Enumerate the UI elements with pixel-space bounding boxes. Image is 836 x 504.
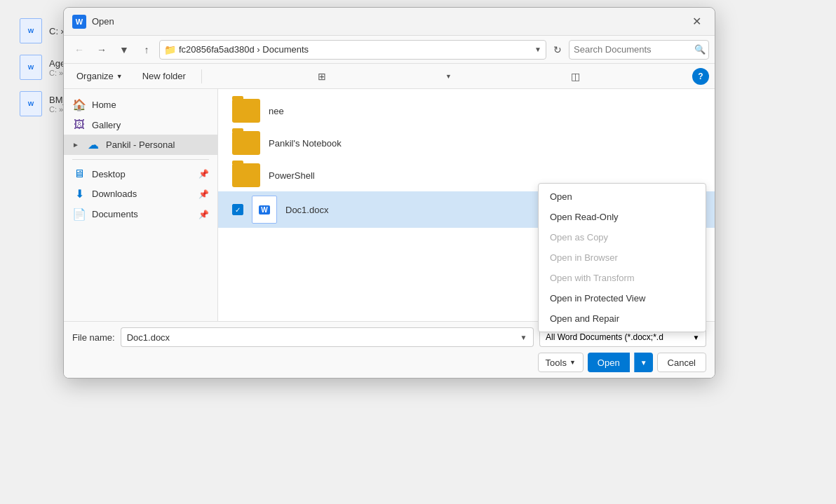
downloads-icon: ⬇ [72, 187, 86, 200]
onedrive-icon: ☁ [86, 138, 100, 151]
dialog-titlebar: W Open ✕ [64, 8, 715, 36]
menu-item-open[interactable]: Open [539, 186, 706, 207]
organize-button[interactable]: Organize ▼ [69, 67, 130, 86]
cancel-button[interactable]: Cancel [657, 353, 706, 372]
up-button[interactable]: ↑ [137, 40, 156, 60]
w-badge: W [259, 205, 269, 214]
sidebar-onedrive-label: Pankil - Personal [106, 139, 175, 150]
menu-item-open-in-browser: Open in Browser [539, 247, 706, 268]
refresh-button[interactable]: ↻ [549, 41, 566, 58]
menu-item-open-in-protected-view[interactable]: Open in Protected View [539, 288, 706, 308]
sidebar-item-onedrive[interactable]: ► ☁ Pankil - Personal [64, 135, 217, 155]
menu-item-open-as-copy: Open as Copy [539, 227, 706, 247]
file-name-nee: nee [269, 106, 284, 116]
forward-button[interactable]: → [92, 40, 112, 60]
folder-icon-pankils [232, 131, 260, 155]
gallery-icon: 🖼 [72, 118, 86, 131]
organize-label: Organize [76, 71, 114, 81]
tools-label: Tools [546, 357, 567, 368]
filename-field: ▼ [121, 327, 534, 347]
pin-icon-desktop: 📌 [198, 169, 209, 179]
bg-doc-icon-2: W [20, 55, 42, 80]
address-bar[interactable]: 📁 fc20856fa5ad380d › Documents ▼ [159, 40, 546, 60]
help-button[interactable]: ? [692, 68, 709, 85]
view-toggle-button[interactable]: ⊞ [312, 67, 332, 86]
file-name-powershell: PowerShell [269, 170, 315, 181]
preview-button[interactable]: ◫ [565, 67, 585, 86]
address-dropdown-icon[interactable]: ▼ [534, 46, 541, 53]
menu-item-open-read-only[interactable]: Open Read-Only [539, 207, 706, 227]
filename-label: File name: [72, 332, 115, 343]
new-folder-label: New folder [142, 71, 186, 81]
address-current: Documents [262, 44, 309, 55]
address-folder-icon: 📁 [164, 44, 176, 55]
search-icon: 🔍 [694, 44, 706, 55]
menu-item-open-with-transform: Open with Transform [539, 268, 706, 288]
home-icon: 🏠 [72, 98, 86, 111]
sidebar-item-gallery[interactable]: 🖼 Gallery [64, 115, 217, 135]
close-button[interactable]: ✕ [687, 12, 706, 32]
word-icon: W [72, 15, 86, 29]
file-name-doc1: Doc1.docx [285, 205, 328, 215]
file-name-pankils: Pankil's Notebook [269, 138, 342, 149]
back-button[interactable]: ← [69, 40, 89, 60]
pin-icon-downloads: 📌 [198, 189, 209, 199]
open-dropdown-menu: Open Open Read-Only Open as Copy Open in… [538, 183, 706, 332]
folder-icon-nee [232, 99, 260, 123]
desktop-icon: 🖥 [72, 168, 86, 180]
toolbar-separator [201, 69, 202, 83]
bg-doc-icon-3: W [20, 91, 42, 116]
file-item-nee[interactable]: nee [218, 95, 715, 127]
filename-input[interactable] [121, 327, 514, 347]
dialog-sidebar: 🏠 Home 🖼 Gallery ► ☁ Pankil - Personal 🖥… [64, 89, 218, 321]
tools-arrow: ▼ [569, 359, 576, 366]
sidebar-desktop-label: Desktop [92, 169, 126, 179]
bg-doc-icon-1: W [20, 18, 42, 43]
address-text: fc20856fa5ad380d › Documents [179, 44, 532, 55]
tools-button[interactable]: Tools ▼ [538, 353, 584, 372]
documents-icon: 📄 [72, 207, 86, 221]
recent-button[interactable]: ▼ [114, 40, 134, 60]
actions-row: Tools ▼ Open ▼ Cancel [72, 353, 706, 372]
sidebar-item-downloads[interactable]: ⬇ Downloads 📌 [64, 184, 217, 204]
sidebar-home-label: Home [92, 100, 116, 110]
nav-toolbar: ← → ▼ ↑ 📁 fc20856fa5ad380d › Documents ▼… [64, 36, 715, 64]
open-dropdown-button[interactable]: ▼ [634, 353, 653, 372]
sidebar-gallery-label: Gallery [92, 120, 121, 130]
sidebar-documents-label: Documents [92, 209, 138, 219]
expand-arrow-icon: ► [72, 141, 81, 149]
file-checkbox-doc1[interactable]: ✓ [232, 204, 243, 215]
organize-arrow: ▼ [116, 73, 123, 80]
filename-dropdown[interactable]: ▼ [514, 327, 534, 347]
sidebar-separator [72, 159, 209, 160]
pin-icon-documents: 📌 [198, 210, 209, 219]
file-item-pankils-notebook[interactable]: Pankil's Notebook [218, 127, 715, 159]
open-button[interactable]: Open [588, 353, 630, 372]
sidebar-item-documents[interactable]: 📄 Documents 📌 [64, 204, 217, 224]
dialog-title: Open [92, 16, 681, 27]
folder-icon-powershell [232, 163, 260, 187]
sidebar-item-home[interactable]: 🏠 Home [64, 95, 217, 115]
search-input[interactable] [574, 44, 692, 55]
sidebar-downloads-label: Downloads [92, 189, 137, 199]
address-folder-part: fc20856fa5ad380d [179, 44, 255, 55]
search-box: 🔍 [569, 40, 709, 60]
file-toolbar: Organize ▼ New folder ⊞ ▼ ◫ ? [64, 64, 715, 89]
menu-item-open-and-repair[interactable]: Open and Repair [539, 308, 706, 329]
open-dialog: W Open ✕ ← → ▼ ↑ 📁 fc20856fa5ad380d › Do… [63, 7, 715, 379]
docx-icon-doc1: W [252, 196, 277, 224]
new-folder-button[interactable]: New folder [135, 67, 193, 86]
view-dropdown-button[interactable]: ▼ [438, 67, 458, 86]
sidebar-item-desktop[interactable]: 🖥 Desktop 📌 [64, 164, 217, 184]
